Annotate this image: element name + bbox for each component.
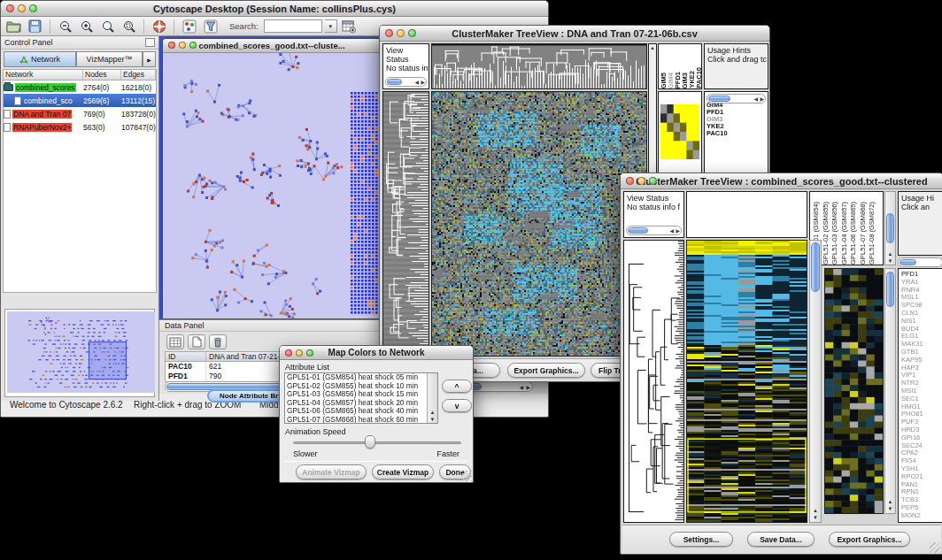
zoom-fit-icon[interactable] [120, 18, 138, 35]
global-heatmap-panel[interactable] [686, 240, 807, 523]
global-heatmap-panel[interactable] [431, 91, 647, 357]
scroll-up-icon[interactable]: ▲ [885, 499, 895, 504]
global-heatmap-canvas[interactable] [432, 92, 646, 356]
zoom-selected-icon[interactable] [98, 18, 117, 35]
zoom-heatmap-canvas[interactable] [825, 269, 883, 513]
minimize-button[interactable] [637, 177, 645, 185]
dialog-titlebar[interactable]: Map Colors to Network [280, 346, 473, 360]
scroll-right-icon[interactable]: ▶ [421, 78, 425, 87]
scrollbar-thumb[interactable] [628, 227, 648, 234]
scroll-down-icon[interactable]: ▼ [810, 515, 821, 520]
open-session-button[interactable] [4, 18, 23, 35]
column-dendrogram-panel[interactable] [431, 43, 647, 89]
scroll-down-icon[interactable]: ▼ [885, 506, 895, 511]
close-button[interactable] [6, 4, 14, 12]
column-dendrogram-canvas[interactable] [432, 44, 646, 88]
zoom-column-label[interactable]: GPL51-04 (GSM857) [840, 202, 850, 265]
scrollbar-thumb[interactable] [428, 373, 437, 400]
slider-thumb[interactable] [365, 435, 375, 449]
export-graphics-button[interactable]: Export Graphics... [507, 363, 585, 378]
gene-label[interactable]: MON2 [899, 512, 942, 520]
search-input[interactable] [264, 19, 322, 33]
settings-button[interactable]: Settings... [669, 532, 733, 547]
column-id[interactable]: ID [166, 352, 206, 361]
zoom-button[interactable] [189, 42, 197, 49]
status-hscrollbar[interactable]: ◀ ▶ [385, 77, 427, 87]
zoom-column-label[interactable]: GPL51-08 (GSM872) [868, 202, 877, 265]
scrollbar-thumb[interactable] [708, 96, 730, 102]
search-dropdown-icon[interactable]: ▼ [325, 19, 337, 33]
scroll-right-icon[interactable]: ▶ [676, 226, 680, 235]
column-dendrogram-panel[interactable] [686, 191, 807, 238]
scroll-left-icon[interactable]: ◀ [669, 226, 674, 235]
row-dendrogram-canvas[interactable] [383, 92, 429, 356]
scroll-up-icon[interactable]: ▲ [810, 508, 821, 513]
help-lifering-icon[interactable] [150, 18, 168, 35]
scroll-left-icon[interactable]: ◀ [753, 95, 758, 104]
network-canvas[interactable] [163, 53, 381, 318]
heatmap-vscrollbar[interactable]: ▲ ▼ [809, 240, 822, 523]
scrollbar-thumb[interactable] [886, 213, 894, 243]
minimize-button[interactable] [397, 29, 405, 37]
global-heatmap-canvas[interactable] [687, 241, 807, 522]
minimize-button[interactable] [296, 349, 303, 357]
float-panel-icon[interactable] [145, 38, 155, 47]
network-overview-panel[interactable] [4, 309, 155, 397]
zoom-out-icon[interactable] [56, 18, 74, 35]
export-graphics-button[interactable]: Export Graphics... [829, 532, 910, 547]
resize-grip[interactable] [461, 471, 472, 481]
row-dendrogram-canvas[interactable] [624, 241, 683, 522]
scrollbar-thumb[interactable] [811, 242, 820, 292]
column-edges[interactable]: Edges [121, 70, 156, 80]
zoom-in-icon[interactable] [77, 18, 96, 35]
scroll-up-icon[interactable]: ▲ [649, 45, 656, 50]
save-data-button[interactable]: Save Data... [747, 532, 815, 547]
zoom-button[interactable] [29, 4, 37, 12]
scrollbar-thumb[interactable] [886, 272, 894, 307]
vizmapper-icon[interactable] [180, 18, 198, 35]
zoom-button[interactable] [649, 177, 657, 185]
scrollbar-thumb[interactable] [387, 79, 402, 85]
tab-overflow-icon[interactable]: ▶ [143, 51, 156, 67]
scrollbar-thumb[interactable] [900, 259, 916, 265]
zoom-column-label[interactable]: GPL51-03 (GSM856) [830, 202, 840, 265]
network-view-titlebar[interactable]: combined_scores_good.txt--cluste... [163, 39, 381, 53]
network-overview-canvas[interactable] [7, 311, 155, 393]
animation-speed-slider[interactable] [293, 441, 461, 444]
zoom-button[interactable] [306, 349, 313, 357]
tab-network[interactable]: Network [4, 51, 76, 67]
scroll-up-icon[interactable]: ▲ [428, 410, 437, 415]
zoom-column-label[interactable]: GPL51-06 (GSM865) [849, 202, 859, 265]
move-down-button[interactable]: v [442, 399, 472, 412]
scroll-down-icon[interactable]: ▼ [428, 417, 437, 422]
attribute-table-icon[interactable] [166, 334, 184, 349]
animate-vizmap-button[interactable]: Animate Vizmap [296, 464, 367, 479]
minimize-button[interactable] [18, 4, 26, 12]
close-button[interactable] [168, 42, 175, 49]
hints-hscrollbar[interactable] [898, 257, 942, 267]
new-attribute-icon[interactable] [188, 334, 205, 349]
network-list-row[interactable]: combined_scores2764(0)16218(0) [4, 81, 156, 94]
network-list-row[interactable]: combined_sco2569(6)13112(15) [4, 94, 156, 107]
attribute-item[interactable]: GPL51-07 (GSM868) heat shock 60 min [285, 416, 437, 424]
gene-label[interactable]: PAC10 [705, 130, 768, 137]
filter-icon[interactable] [201, 18, 220, 35]
move-up-button[interactable]: ^ [442, 380, 472, 393]
status-hscrollbar[interactable]: ◀ ▶ [626, 226, 682, 235]
zoom-column-label[interactable]: PAC10 [696, 67, 702, 88]
save-session-button[interactable] [26, 18, 44, 35]
zoom-hscrollbar[interactable]: ◀ ▶ [706, 94, 766, 104]
close-button[interactable] [626, 177, 634, 185]
attribute-list-vscrollbar[interactable]: ▲ ▼ [427, 373, 437, 423]
close-button[interactable] [285, 349, 292, 357]
zoom-button[interactable] [408, 29, 416, 37]
treeview-combined-titlebar[interactable]: ClusterMaker TreeView : combined_scores_… [621, 173, 942, 189]
zoom-column-label[interactable]: GPL51-02 (GSM855) [822, 202, 831, 265]
scroll-right-icon[interactable]: ▶ [526, 383, 530, 392]
scroll-left-icon[interactable]: ◀ [519, 383, 523, 392]
treeview-dna-titlebar[interactable]: ClusterMaker TreeView : DNA and Tran 07-… [380, 26, 769, 42]
zoom-column-label[interactable]: GPL51-07 (GSM868) [859, 202, 869, 265]
close-button[interactable] [385, 29, 393, 37]
tab-vizmapper[interactable]: VizMapper™ [76, 51, 143, 67]
scroll-down-icon[interactable]: ▼ [885, 258, 895, 264]
